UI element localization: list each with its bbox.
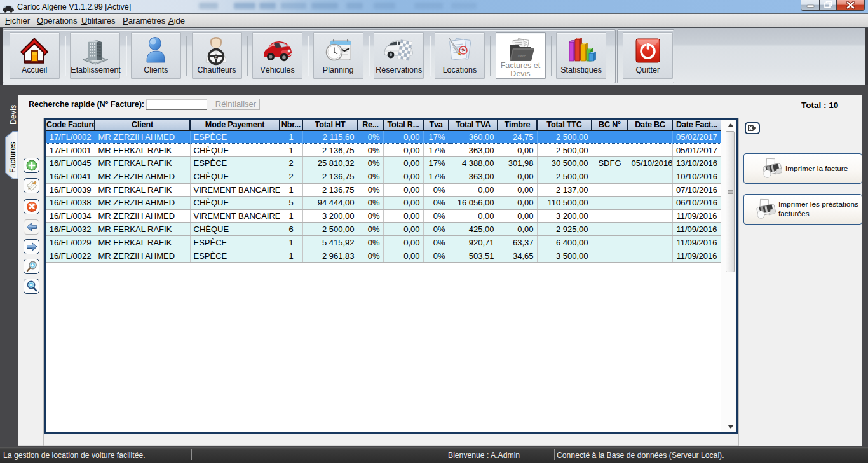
svg-text:carloc: carloc <box>518 55 526 58</box>
svg-text:D: D <box>215 55 217 59</box>
